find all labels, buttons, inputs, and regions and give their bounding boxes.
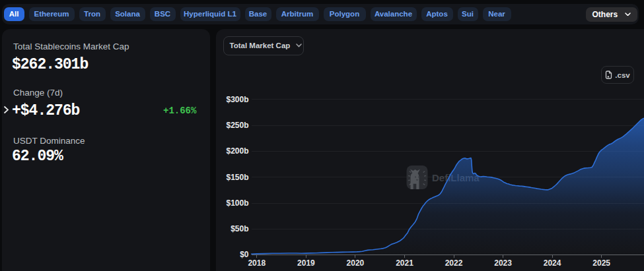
svg-text:$300b: $300b [226, 95, 248, 104]
svg-text:$250b: $250b [226, 121, 248, 130]
svg-text:$200b: $200b [226, 146, 248, 156]
svg-text:2018: 2018 [248, 258, 266, 268]
svg-text:$150b: $150b [226, 173, 248, 182]
svg-text:2020: 2020 [346, 258, 364, 268]
svg-text:$100b: $100b [226, 198, 248, 208]
svg-text:2019: 2019 [297, 258, 315, 268]
svg-text:2021: 2021 [396, 258, 413, 268]
svg-text:$50b: $50b [231, 224, 248, 233]
svg-text:2025: 2025 [592, 258, 610, 268]
svg-text:2022: 2022 [445, 258, 462, 268]
svg-text:2024: 2024 [543, 258, 561, 268]
svg-text:2023: 2023 [494, 258, 512, 268]
